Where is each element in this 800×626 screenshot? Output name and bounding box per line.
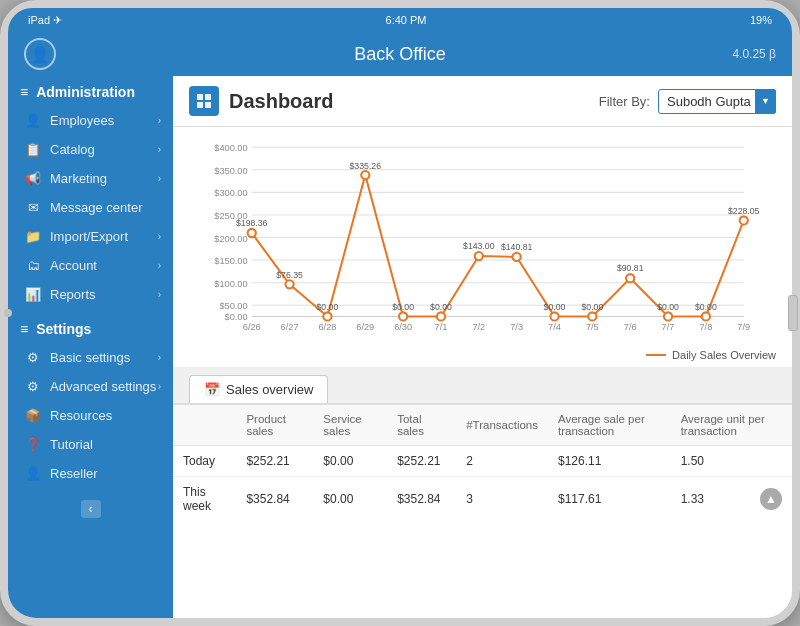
svg-point-28 xyxy=(475,252,483,260)
svg-point-34 xyxy=(702,312,710,320)
svg-text:$198.36: $198.36 xyxy=(236,218,268,228)
svg-point-31 xyxy=(588,312,596,320)
svg-text:7/8: 7/8 xyxy=(699,322,712,332)
cell-period: Today xyxy=(173,446,236,477)
cell-product-sales: $252.21 xyxy=(236,446,313,477)
svg-text:$0.00: $0.00 xyxy=(581,302,603,312)
svg-text:$140.81: $140.81 xyxy=(501,242,533,252)
sidebar-item-resources[interactable]: 📦 Resources xyxy=(8,401,173,430)
filter-label: Filter By: xyxy=(599,94,650,109)
chevron-icon: › xyxy=(158,352,161,363)
svg-text:$90.81: $90.81 xyxy=(617,263,644,273)
chevron-icon: › xyxy=(158,231,161,242)
reports-icon: 📊 xyxy=(24,288,42,302)
svg-rect-2 xyxy=(197,102,203,108)
sidebar-item-tutorial[interactable]: ❓ Tutorial xyxy=(8,430,173,459)
cell-service-sales: $0.00 xyxy=(313,477,387,522)
resources-icon: 📦 xyxy=(24,409,42,423)
tab-sales-overview[interactable]: 📅 Sales overview xyxy=(189,375,328,403)
svg-text:$0.00: $0.00 xyxy=(317,302,339,312)
chart-area: $400.00 $350.00 $300.00 $250.00 $200.00 … xyxy=(173,127,792,367)
sidebar-item-label: Tutorial xyxy=(50,437,93,452)
filter-select[interactable]: Subodh Gupta xyxy=(658,89,776,114)
sidebar-item-label: Reseller xyxy=(50,466,98,481)
advanced-settings-icon: ⚙ xyxy=(24,380,42,394)
reseller-icon: 👤 xyxy=(24,467,42,481)
svg-text:6/28: 6/28 xyxy=(318,322,336,332)
catalog-icon: 📋 xyxy=(24,143,42,157)
sidebar-item-marketing[interactable]: 📢 Marketing › xyxy=(8,164,173,193)
admin-section-header: ≡ Administration xyxy=(8,76,173,106)
svg-text:$400.00: $400.00 xyxy=(214,143,247,153)
battery-display: 19% xyxy=(750,14,772,26)
sidebar-item-advanced-settings[interactable]: ⚙ Advanced settings › xyxy=(8,372,173,401)
svg-text:$350.00: $350.00 xyxy=(214,166,247,176)
sidebar-item-basic-settings[interactable]: ⚙ Basic settings › xyxy=(8,343,173,372)
status-bar: iPad ✈ 6:40 PM 19% xyxy=(8,8,792,32)
sidebar-item-reports[interactable]: 📊 Reports › xyxy=(8,280,173,309)
legend-label: Daily Sales Overview xyxy=(672,349,776,361)
calendar-icon: 📅 xyxy=(204,382,220,397)
cell-avg-sale: $126.11 xyxy=(548,446,671,477)
sidebar-item-message-center[interactable]: ✉ Message center xyxy=(8,193,173,222)
filter-select-wrapper: Subodh Gupta xyxy=(658,89,776,114)
cell-avg-unit: 1.50 xyxy=(671,446,792,477)
sidebar-item-employees[interactable]: 👤 Employees › xyxy=(8,106,173,135)
tab-label: Sales overview xyxy=(226,382,313,397)
time-display: 6:40 PM xyxy=(386,14,427,26)
svg-text:7/2: 7/2 xyxy=(472,322,485,332)
sidebar-item-account[interactable]: 🗂 Account › xyxy=(8,251,173,280)
scroll-top-button[interactable]: ▲ xyxy=(760,488,782,510)
col-transactions: #Transactions xyxy=(456,405,548,446)
cell-total-sales: $352.84 xyxy=(387,477,456,522)
tutorial-icon: ❓ xyxy=(24,438,42,452)
svg-text:$0.00: $0.00 xyxy=(695,302,717,312)
svg-rect-0 xyxy=(197,94,203,100)
legend-line-icon xyxy=(646,354,666,356)
svg-text:7/6: 7/6 xyxy=(624,322,637,332)
svg-point-33 xyxy=(664,312,672,320)
table-row: Today $252.21 $0.00 $252.21 2 $126.11 1.… xyxy=(173,446,792,477)
tabs-bar: 📅 Sales overview xyxy=(173,367,792,403)
svg-point-30 xyxy=(550,312,558,320)
chevron-icon: › xyxy=(158,115,161,126)
svg-text:7/5: 7/5 xyxy=(586,322,599,332)
svg-text:$0.00: $0.00 xyxy=(657,302,679,312)
sidebar-item-catalog[interactable]: 📋 Catalog › xyxy=(8,135,173,164)
app-title: Back Office xyxy=(354,44,446,65)
svg-text:6/30: 6/30 xyxy=(394,322,412,332)
svg-point-26 xyxy=(399,312,407,320)
message-icon: ✉ xyxy=(24,201,42,215)
svg-text:$50.00: $50.00 xyxy=(219,301,247,311)
table-row: This week $352.84 $0.00 $352.84 3 $117.6… xyxy=(173,477,792,522)
col-period xyxy=(173,405,236,446)
svg-rect-1 xyxy=(205,94,211,100)
cell-avg-sale: $117.61 xyxy=(548,477,671,522)
sidebar-item-label: Basic settings xyxy=(50,350,130,365)
sidebar-item-label: Message center xyxy=(50,200,143,215)
chevron-icon: › xyxy=(158,260,161,271)
sidebar-item-label: Account xyxy=(50,258,97,273)
svg-text:6/27: 6/27 xyxy=(281,322,299,332)
svg-text:$150.00: $150.00 xyxy=(214,256,247,266)
collapse-button[interactable]: ‹ xyxy=(81,500,101,518)
employees-icon: 👤 xyxy=(24,114,42,128)
sidebar-item-reseller[interactable]: 👤 Reseller xyxy=(8,459,173,488)
nav-bar: 👤 Back Office 4.0.25 β xyxy=(8,32,792,76)
dashboard-icon xyxy=(189,86,219,116)
svg-text:7/9: 7/9 xyxy=(737,322,750,332)
avatar[interactable]: 👤 xyxy=(24,38,56,70)
main-content: Dashboard Filter By: Subodh Gupta xyxy=(173,76,792,618)
cell-avg-unit: 1.33 ▲ xyxy=(671,477,792,522)
chevron-icon: › xyxy=(158,144,161,155)
camera-button xyxy=(4,309,12,317)
table-header-row: Product sales Service sales Total sales … xyxy=(173,405,792,446)
cell-avg-unit-value: 1.33 xyxy=(681,492,704,506)
power-button[interactable] xyxy=(788,295,798,331)
ipad-frame: iPad ✈ 6:40 PM 19% 👤 Back Office 4.0.25 … xyxy=(0,0,800,626)
cell-service-sales: $0.00 xyxy=(313,446,387,477)
settings-label: Settings xyxy=(36,321,91,337)
sidebar-item-import-export[interactable]: 📁 Import/Export › xyxy=(8,222,173,251)
collapse-section: ‹ xyxy=(8,496,173,522)
svg-text:7/4: 7/4 xyxy=(548,322,561,332)
